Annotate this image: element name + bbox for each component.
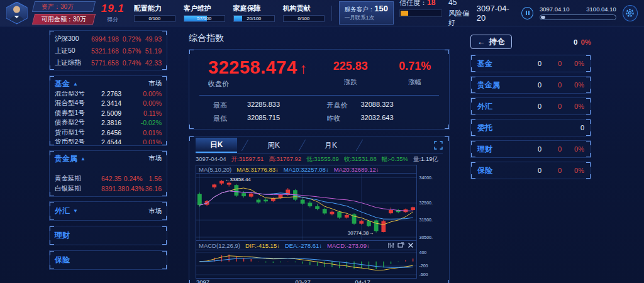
svg-text:400: 400 (419, 250, 427, 255)
metric-progress-bar: 0/100 (134, 15, 175, 22)
index-row[interactable]: 沪深3006994.1980.72%49.93 (55, 33, 162, 45)
risk-progress-bar (399, 9, 442, 17)
tab-weekly-k[interactable]: 周K (253, 138, 294, 153)
fund-row[interactable]: 货币型2号2.45440.01% (55, 138, 162, 145)
market-tab[interactable]: 市场 (148, 79, 162, 88)
stat-label: 开盘价 (327, 101, 352, 110)
tab-monthly-k[interactable]: 月K (310, 138, 352, 153)
position-row[interactable]: 基金000% (470, 55, 591, 72)
cell: 0.74% (119, 59, 142, 67)
candlestick-chart[interactable]: 34000.32500.31500.30500.←33858.4430774.3… (196, 173, 441, 241)
cell: 混合型4号 (55, 99, 101, 108)
cell: 债券型2号 (55, 118, 101, 127)
indicator-settings-icon[interactable] (387, 242, 394, 248)
sort-arrow-icon[interactable]: ▲ (73, 81, 78, 87)
ohlc-stats: 最高32285.833 开盘价32088.323 最低32085.715 昨收3… (198, 101, 440, 123)
cell: -0.02% (133, 119, 162, 126)
tab-daily-k[interactable]: 日K (196, 138, 237, 153)
index-row[interactable]: 上证505321.1680.57%51.19 (55, 45, 162, 57)
segment: MA10:32257.08↓ (284, 165, 329, 173)
service-count: 150 (374, 4, 388, 13)
segment: 收:31531.88 (344, 155, 377, 164)
metric-value: 0/100 (284, 16, 324, 21)
position-row[interactable]: 委托0 (470, 119, 591, 136)
fullscreen-button[interactable] (434, 141, 443, 150)
fund-row[interactable]: 债券型2号2.3816-0.02% (55, 118, 162, 128)
expand-icon (434, 141, 443, 150)
cell: 0.24% (121, 175, 142, 182)
avatar[interactable] (6, 2, 28, 25)
x-axis-labels: 3097 03-27 04-17 (196, 279, 417, 283)
section-title-metal[interactable]: 贵金属 (55, 153, 77, 164)
metric-progress-bar: 0/100 (283, 15, 325, 22)
kline-info-line: 3097-04-04开:31597.51高:31767.92低:31555.89… (196, 155, 443, 164)
service-clients-box: 服务客户：150 一月联系1次 (339, 1, 394, 25)
stat-label: 昨收 (327, 114, 352, 123)
change-value: 225.83 (325, 60, 375, 73)
cell: 基金 (477, 58, 523, 69)
cell: 2.5009 (101, 109, 133, 117)
settings-button[interactable] (623, 5, 638, 21)
date-range: 3097.04.10 3100.04.10 (540, 6, 616, 20)
fund-row[interactable]: 债券型1号2.50090.11% (55, 108, 162, 118)
metric-家庭保障: 家庭保障20/100 (233, 4, 275, 22)
fund-row[interactable]: 货币型1号2.64560.01% (55, 128, 162, 138)
cell: 0 (523, 60, 541, 67)
svg-text:-600: -600 (419, 272, 428, 277)
macd-values: MACD(12,26,9)DIF:-415.15↓DEA:-278.61↓MAC… (199, 242, 370, 249)
cell: 委托 (477, 123, 562, 133)
asset-label: 资产：30万 (42, 2, 86, 11)
position-row[interactable]: 保险000% (470, 162, 591, 179)
macd-chart[interactable]: 400-200-600 (196, 250, 441, 279)
cell: 2.3816 (101, 119, 133, 126)
position-row[interactable]: 贵金属000% (470, 76, 591, 94)
svg-text:-200: -200 (419, 264, 428, 268)
page-title: 综合指数 (189, 33, 450, 44)
cell: 0 (562, 124, 584, 131)
change-label: 涨跌 (325, 78, 375, 87)
position-row[interactable]: 理财000% (470, 140, 591, 158)
cell: 白银延期 (55, 184, 101, 193)
cell: 0.57% (119, 47, 142, 55)
svg-text:30500.: 30500. (419, 235, 433, 240)
section-title-fund[interactable]: 基金 (55, 79, 70, 89)
period-tabs: 日K 周K 月K (196, 138, 443, 153)
sort-arrow-icon[interactable]: ▼ (73, 208, 78, 214)
cell: 货币型2号 (55, 138, 101, 144)
ability-metrics: 配置能力0/100客户维护57/100家庭保障20/100机构贡献0/100 (134, 4, 325, 22)
metric-配置能力: 配置能力0/100 (134, 4, 175, 22)
score-block: 19.1 得分 (101, 3, 125, 24)
section-title-insurance[interactable]: 保险 (55, 255, 70, 265)
cell: 2.2763 (101, 91, 133, 97)
ma-indicator-line: MA(5,10,20)MA5:31776.83↓MA10:32257.08↓MA… (196, 165, 417, 173)
positions-button[interactable]: ← 持仓 (470, 35, 512, 49)
cell: 0% (562, 145, 584, 153)
fund-row[interactable]: 混合型4号2.34140.00% (55, 99, 162, 109)
stat-value: 32032.643 (361, 114, 394, 123)
divider (331, 6, 332, 21)
pause-button[interactable] (521, 7, 533, 19)
index-row[interactable]: 上证综指5771.6580.74%42.33 (55, 57, 162, 69)
switch-panel-icon[interactable] (397, 242, 404, 248)
close-icon[interactable] (408, 242, 414, 248)
stat-value: 32285.833 (247, 101, 280, 110)
cell: 上证50 (55, 47, 91, 55)
cell: 0% (562, 167, 584, 174)
metal-row[interactable]: 白银延期8391.380.43%36.16 (55, 184, 162, 194)
section-title-forex[interactable]: 外汇 (55, 206, 70, 216)
sort-arrow-icon[interactable]: ▲ (80, 156, 86, 162)
time-progress-track[interactable] (540, 14, 616, 20)
close-value: 32258.474 (208, 57, 297, 77)
market-tab[interactable]: 市场 (148, 154, 162, 163)
market-tab[interactable]: 市场 (148, 207, 162, 216)
segment: 开:31597.51 (231, 155, 264, 164)
fund-row[interactable]: 混合型3号2.27630.00% (55, 91, 162, 99)
index-quotes-panel: 沪深3006994.1980.72%49.93上证505321.1680.57%… (49, 30, 167, 70)
segment: DIF:-415.15↓ (245, 242, 280, 249)
metal-row[interactable]: 黄金延期642.350.24%1.56 (55, 174, 162, 184)
section-title-wealth[interactable]: 理财 (55, 230, 70, 241)
risk-label: 风险偏好 (448, 9, 471, 28)
available-label: 可用金额：30万 (42, 14, 86, 24)
position-row[interactable]: 外汇000% (470, 97, 591, 115)
stat-value: 32088.323 (361, 101, 394, 110)
